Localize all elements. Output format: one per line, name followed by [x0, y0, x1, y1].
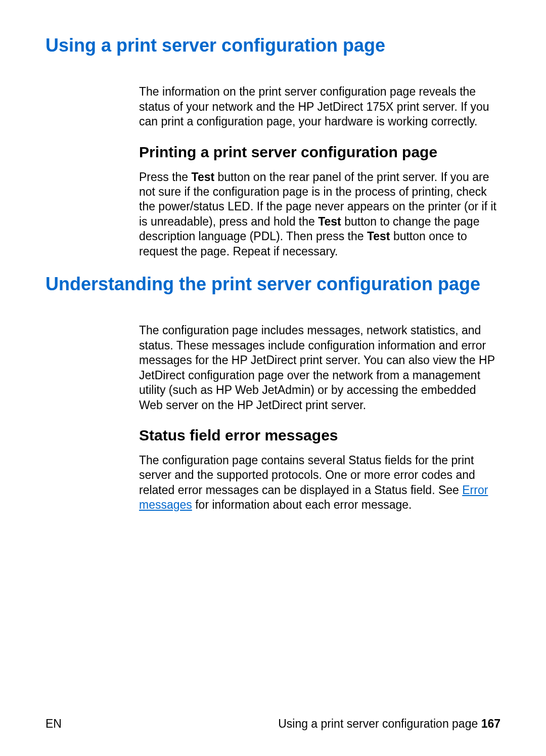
text-fragment: The configuration page contains several …	[139, 454, 475, 497]
footer-section-title: Using a print server configuration page	[278, 717, 481, 730]
bold-test-1: Test	[192, 170, 215, 184]
paragraph-printing-instructions: Press the Test button on the rear panel …	[139, 170, 500, 259]
subheading-status-field: Status field error messages	[139, 427, 500, 444]
subheading-printing-config: Printing a print server configuration pa…	[139, 144, 500, 161]
footer-language: EN	[46, 717, 62, 731]
footer-page-info: Using a print server configuration page …	[278, 717, 500, 731]
text-fragment: Press the	[139, 170, 192, 184]
footer-page-number: 167	[481, 717, 500, 730]
text-fragment: for information about each error message…	[192, 498, 412, 511]
bold-test-3: Test	[367, 230, 390, 243]
heading-understanding-config: Understanding the print server configura…	[46, 273, 500, 295]
bold-test-2: Test	[318, 215, 341, 228]
paragraph-understanding: The configuration page includes messages…	[139, 323, 500, 413]
paragraph-status-field: The configuration page contains several …	[139, 453, 500, 513]
page-footer: EN Using a print server configuration pa…	[46, 717, 500, 731]
heading-using-print-server: Using a print server configuration page	[46, 34, 500, 56]
paragraph-intro: The information on the print server conf…	[139, 84, 500, 129]
